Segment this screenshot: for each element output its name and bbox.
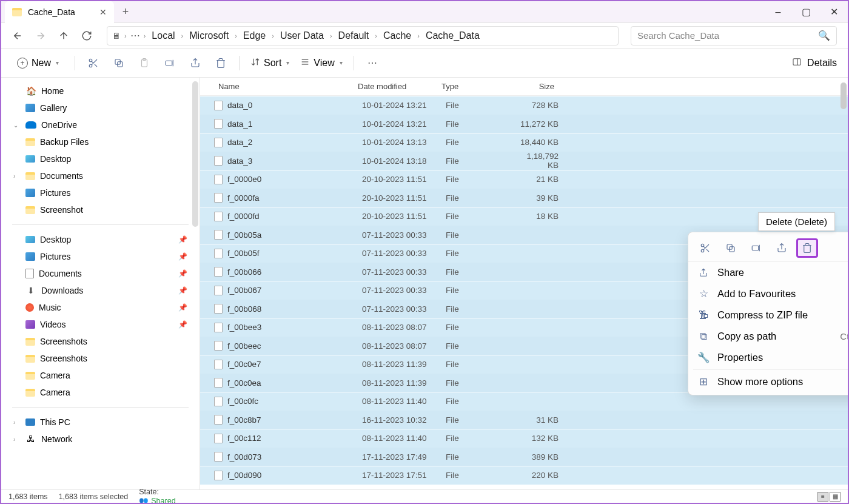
copy-icon[interactable] xyxy=(720,238,742,258)
sidebar-item-thispc[interactable]: ›This PC xyxy=(8,414,192,431)
context-properties[interactable]: 🔧PropertiesAlt+Enter xyxy=(688,347,849,368)
cut-icon[interactable] xyxy=(86,58,101,69)
file-row[interactable]: data_210-01-2024 13:13File18,440 KB xyxy=(200,133,848,152)
sidebar-item-screenshots2[interactable]: Screenshots xyxy=(8,350,192,367)
sidebar-item-onedrive[interactable]: ⌄OneDrive xyxy=(8,116,192,133)
sidebar-item-backup[interactable]: Backup Files xyxy=(8,133,192,150)
column-size[interactable]: Size xyxy=(512,82,554,91)
delete-icon[interactable] xyxy=(796,238,818,258)
chevron-right-icon[interactable]: › xyxy=(124,32,127,39)
file-row[interactable]: data_110-01-2024 13:21File11,272 KB xyxy=(200,115,848,133)
sidebar-item-screenshot[interactable]: Screenshot xyxy=(8,201,192,218)
chevron-right-icon[interactable]: › xyxy=(181,32,184,39)
file-row[interactable]: f_0000fd20-10-2023 11:51File18 KB xyxy=(200,207,848,226)
tab-close-icon[interactable]: ✕ xyxy=(99,7,107,17)
forward-button[interactable] xyxy=(35,30,46,41)
sidebar-item-documents[interactable]: ›Documents xyxy=(8,167,192,184)
cut-icon[interactable] xyxy=(694,238,716,258)
share-icon[interactable] xyxy=(188,58,203,69)
search-input[interactable] xyxy=(637,30,818,41)
sidebar-item-music[interactable]: Music📌 xyxy=(8,299,192,316)
close-button[interactable]: ✕ xyxy=(820,1,848,23)
pin-icon[interactable]: 📌 xyxy=(178,235,187,244)
sidebar-item-pictures2[interactable]: Pictures📌 xyxy=(8,248,192,265)
column-date[interactable]: Date modified xyxy=(358,82,441,91)
search-icon[interactable]: 🔍 xyxy=(818,30,830,41)
minimize-button[interactable]: – xyxy=(764,1,792,23)
pin-icon[interactable]: 📌 xyxy=(178,252,187,261)
rename-icon[interactable] xyxy=(163,58,177,69)
search-box[interactable]: 🔍 xyxy=(631,26,837,45)
more-icon[interactable]: ⋯ xyxy=(365,57,380,69)
sidebar-item-pictures[interactable]: Pictures xyxy=(8,184,192,201)
file-row[interactable]: f_0000fa20-10-2023 11:51File39 KB xyxy=(200,189,848,207)
view-button[interactable]: View ▾ xyxy=(300,57,342,69)
sidebar-item-gallery[interactable]: Gallery xyxy=(8,99,192,116)
chevron-right-icon[interactable]: › xyxy=(144,32,146,39)
chevron-right-icon[interactable]: › xyxy=(235,32,237,39)
breadcrumb[interactable]: 🖥 › ⋯ › Local › Microsoft › Edge › User … xyxy=(107,26,619,45)
breadcrumb-segment[interactable]: Cache xyxy=(381,29,414,42)
column-name[interactable]: Name xyxy=(210,82,358,91)
more-icon[interactable]: ⋯ xyxy=(130,30,140,41)
chevron-right-icon[interactable]: › xyxy=(330,32,332,39)
refresh-button[interactable] xyxy=(81,30,92,41)
paste-icon[interactable] xyxy=(137,58,152,69)
context-more[interactable]: ⊞Show more options xyxy=(688,371,849,392)
sidebar-item-network[interactable]: ›🖧Network xyxy=(8,431,192,448)
new-tab-button[interactable]: + xyxy=(122,5,129,18)
sidebar-item-documents2[interactable]: Documents📌 xyxy=(8,265,192,282)
pin-icon[interactable]: 📌 xyxy=(178,303,187,312)
file-row[interactable]: f_00d07317-11-2023 17:49File389 KB xyxy=(200,448,848,466)
breadcrumb-segment[interactable]: Microsoft xyxy=(187,29,231,42)
delete-icon[interactable] xyxy=(213,58,228,69)
breadcrumb-segment[interactable]: Local xyxy=(149,29,177,42)
file-row[interactable]: f_0000e020-10-2023 11:51File21 KB xyxy=(200,170,848,189)
file-row[interactable]: f_00d09017-11-2023 17:51File220 KB xyxy=(200,466,848,485)
maximize-button[interactable]: ▢ xyxy=(792,1,820,23)
grid-view-toggle[interactable]: ▦ xyxy=(830,492,841,502)
sidebar-item-desktop[interactable]: Desktop xyxy=(8,150,192,167)
file-row[interactable]: data_010-01-2024 13:21File728 KB xyxy=(200,96,848,115)
tab[interactable]: Cache_Data ✕ xyxy=(5,1,114,23)
sidebar-item-desktop2[interactable]: Desktop📌 xyxy=(8,231,192,248)
chevron-right-icon[interactable]: › xyxy=(13,419,21,426)
details-view-toggle[interactable]: ≡ xyxy=(817,492,828,502)
context-copy-path[interactable]: ⧉Copy as pathCtrl+Shift+C xyxy=(688,326,849,347)
file-row[interactable]: f_00c8b716-11-2023 10:32File31 KB xyxy=(200,411,848,429)
sidebar-item-home[interactable]: 🏠Home xyxy=(8,82,192,99)
scrollbar[interactable] xyxy=(841,82,847,109)
sidebar-item-videos[interactable]: Videos📌 xyxy=(8,316,192,333)
chevron-right-icon[interactable]: › xyxy=(13,436,21,443)
scrollbar[interactable] xyxy=(192,81,198,227)
sidebar-item-camera2[interactable]: Camera xyxy=(8,384,192,401)
pin-icon[interactable]: 📌 xyxy=(178,286,187,295)
context-share[interactable]: Share xyxy=(688,262,849,283)
breadcrumb-segment[interactable]: Default xyxy=(336,29,372,42)
pin-icon[interactable]: 📌 xyxy=(178,320,187,329)
sort-button[interactable]: Sort ▾ xyxy=(250,57,289,69)
column-type[interactable]: Type xyxy=(441,82,512,91)
rename-icon[interactable] xyxy=(745,238,767,258)
sidebar-item-screenshots[interactable]: Screenshots xyxy=(8,333,192,350)
sidebar-item-downloads[interactable]: ⬇Downloads📌 xyxy=(8,282,192,299)
breadcrumb-segment[interactable]: Cache_Data xyxy=(423,29,482,42)
chevron-right-icon[interactable]: › xyxy=(272,32,274,39)
breadcrumb-segment[interactable]: User Data xyxy=(278,29,326,42)
new-button[interactable]: + New ▾ xyxy=(12,55,64,71)
details-button[interactable]: Details xyxy=(791,57,837,69)
back-button[interactable] xyxy=(12,30,23,41)
up-button[interactable] xyxy=(58,30,69,41)
context-favourites[interactable]: ☆Add to Favourites xyxy=(688,283,849,304)
chevron-right-icon[interactable]: › xyxy=(13,173,21,180)
file-row[interactable]: data_310-01-2024 13:18File1,18,792 KB xyxy=(200,152,848,170)
chevron-down-icon[interactable]: ⌄ xyxy=(13,122,21,129)
file-row[interactable]: f_00c11208-11-2023 11:40File132 KB xyxy=(200,429,848,448)
pin-icon[interactable]: 📌 xyxy=(178,269,187,278)
chevron-right-icon[interactable]: › xyxy=(417,32,420,39)
breadcrumb-segment[interactable]: Edge xyxy=(241,29,268,42)
chevron-right-icon[interactable]: › xyxy=(375,32,377,39)
copy-icon[interactable] xyxy=(112,58,126,69)
context-zip[interactable]: 🗜Compress to ZIP file xyxy=(688,304,849,326)
sidebar-item-camera[interactable]: Camera xyxy=(8,367,192,384)
